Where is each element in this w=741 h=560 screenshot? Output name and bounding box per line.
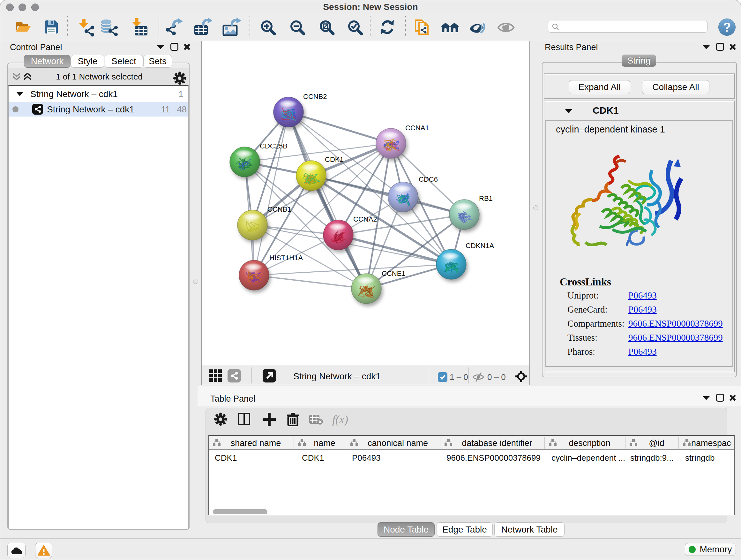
svg-text:CDK1: CDK1 (325, 155, 344, 164)
svg-text:CCNB2: CCNB2 (303, 92, 327, 101)
svg-text:CCNE1: CCNE1 (382, 269, 406, 277)
svg-text:CCNA1: CCNA1 (405, 124, 429, 132)
svg-text:CDKN1A: CDKN1A (466, 242, 494, 250)
svg-text:CDC6: CDC6 (419, 175, 438, 183)
svg-text:CCNA2: CCNA2 (353, 215, 377, 223)
svg-text:CCNB1: CCNB1 (267, 205, 291, 213)
svg-text:RB1: RB1 (479, 194, 493, 202)
svg-text:HIST1H1A: HIST1H1A (269, 254, 303, 262)
svg-text:CDC25B: CDC25B (260, 142, 287, 150)
